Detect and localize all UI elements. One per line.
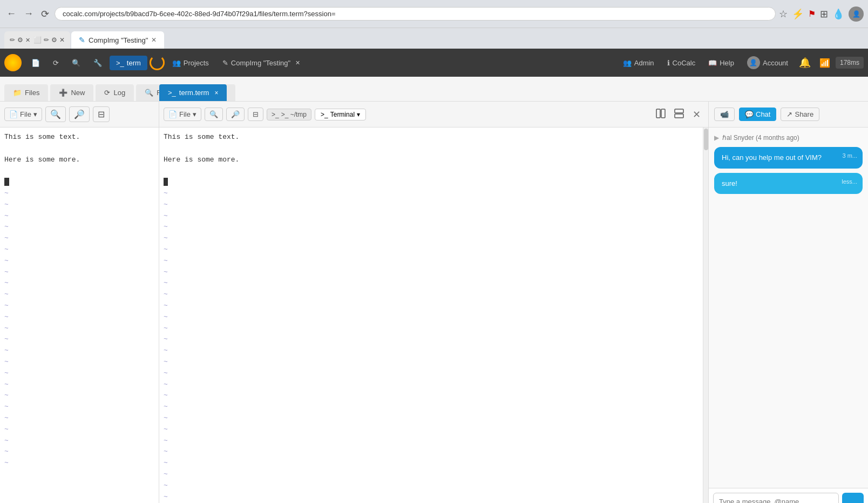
zoom-out-btn[interactable]: 🔍 <box>45 106 66 122</box>
loading-spinner <box>150 55 165 70</box>
term-tilde-17: ~ <box>164 368 704 379</box>
plus-icon: ➕ <box>59 89 67 97</box>
compimg-btn[interactable]: ✎ CompImg "Testing" ✕ <box>216 55 306 71</box>
edit-icon-1: ✏ <box>10 36 15 44</box>
file-menu-btn[interactable]: 📄 File ▾ <box>4 108 42 121</box>
wifi-icon[interactable]: 📶 <box>816 55 833 71</box>
left-editor-content[interactable]: This is some text. Here is some more. ~ … <box>0 128 159 503</box>
share-btn[interactable]: ↗ Share <box>781 108 819 121</box>
extension-icon[interactable]: ⊞ <box>820 8 828 20</box>
address-text: cocalc.com/projects/b9bacd7b-6cee-402c-8… <box>63 10 335 18</box>
vim-tilde-11: ~ <box>4 300 154 312</box>
new-file-btn[interactable]: 📄 <box>26 56 45 70</box>
terminal-content-area[interactable]: This is some text. Here is some more. ~ … <box>159 128 708 503</box>
split-btn[interactable]: ⊟ <box>93 106 110 122</box>
chat-send-btn[interactable]: ➤ <box>842 493 864 503</box>
left-file-tab-files[interactable]: 📁 Files <box>4 84 48 101</box>
star-icon[interactable]: ☆ <box>779 8 788 20</box>
close-terminal-btn[interactable]: ✕ <box>689 106 704 123</box>
browser-tab-1[interactable]: ✏ ⚙ ✕ ⬜ ✏ ⚙ ✕ <box>4 31 70 49</box>
water-icon[interactable]: 💧 <box>832 8 844 20</box>
split-vertical-btn[interactable] <box>653 106 669 123</box>
vim-tilde-14: ~ <box>4 334 154 345</box>
terminal-path-text: >_ ~/tmp <box>281 111 307 118</box>
search-icon: 🔍 <box>72 59 80 67</box>
projects-btn[interactable]: 👥 Projects <box>167 56 214 70</box>
chat-icon: 💬 <box>745 110 754 118</box>
topbar-right: 👥 Admin ℹ CoCalc 📖 Help 👤 Account 🔔 📶 17… <box>618 53 864 72</box>
vim-tilde-8: ~ <box>4 267 154 278</box>
browser-back-btn[interactable]: ← <box>4 6 18 22</box>
chat-message-1[interactable]: Hi, can you help me out of VIM? 3 m... <box>714 147 863 169</box>
svg-rect-3 <box>675 114 683 118</box>
chat-btn[interactable]: 💬 Chat <box>739 108 776 121</box>
active-tab-label: CompImg "Testing" <box>89 36 148 44</box>
tab1-label: ⬜ <box>33 36 42 44</box>
account-avatar: 👤 <box>747 56 760 69</box>
terminal-right-icons: ✕ <box>653 106 704 123</box>
flag-icon[interactable]: ⚑ <box>808 9 816 19</box>
chat-message-2[interactable]: sure! less... <box>714 173 863 195</box>
cocalc-topbar: 📄 ⟳ 🔍 🔧 >_ term @keyframes spin { to { t… <box>0 49 868 77</box>
admin-btn[interactable]: 👥 Admin <box>618 56 660 70</box>
svg-rect-0 <box>656 109 660 118</box>
right-chat-panel: 📹 💬 Chat ↗ Share ▶ ℏal Snyder (4 months … <box>709 102 868 503</box>
file-menu-icon: 📄 <box>9 110 18 118</box>
terminal-name-btn[interactable]: >_ Terminal ▾ <box>315 109 366 120</box>
vim-tilde-9: ~ <box>4 278 154 289</box>
terminal-split-btn[interactable]: ⊟ <box>248 108 263 121</box>
terminal-zoom-in-btn[interactable]: 🔎 <box>226 108 245 121</box>
files-icon: 📁 <box>13 89 22 97</box>
scrollbar-thumb[interactable] <box>704 129 708 150</box>
chat-label: Chat <box>756 110 770 118</box>
left-log-btn[interactable]: ⟳ Log <box>96 84 134 101</box>
bell-icon[interactable]: 🔔 <box>796 53 814 72</box>
zoom-in-btn[interactable]: 🔎 <box>69 106 90 122</box>
terminal-file-btn[interactable]: 📄 File ▾ <box>164 108 201 121</box>
search-btn[interactable]: 🔍 <box>66 56 86 70</box>
browser-tab-active[interactable]: ✎ CompImg "Testing" ✕ <box>71 31 164 49</box>
account-btn[interactable]: 👤 Account <box>742 53 794 72</box>
term-file-tab[interactable]: >_ term.term × <box>159 84 227 101</box>
history-btn[interactable]: ⟳ <box>48 56 64 70</box>
compimg-close[interactable]: ✕ <box>295 59 300 66</box>
split-horizontal-btn[interactable] <box>671 106 687 123</box>
left-new-btn[interactable]: ➕ New <box>50 84 93 101</box>
vim-cursor-line <box>4 177 154 188</box>
active-tab-close[interactable]: ✕ <box>151 36 157 44</box>
term-tilde-22: ~ <box>164 424 704 435</box>
tab1-close2[interactable]: ✕ <box>59 36 65 44</box>
term-tilde-27: ~ <box>164 480 704 492</box>
lightning-icon[interactable]: ⚡ <box>792 8 804 20</box>
term-tab-icon: >_ <box>168 89 176 97</box>
find-icon: 🔍 <box>145 89 153 97</box>
help-btn[interactable]: 📖 Help <box>703 56 740 70</box>
vim-tilde-5: ~ <box>4 233 154 244</box>
terminal-scrollbar[interactable] <box>703 128 708 503</box>
tab1-close[interactable]: ✕ <box>25 37 30 44</box>
profile-icon[interactable]: 👤 <box>849 6 864 22</box>
tab1-gear: ⚙ <box>17 36 23 44</box>
terminal-zoom-out-btn[interactable]: 🔍 <box>205 108 223 121</box>
tools-btn[interactable]: 🔧 <box>88 56 107 70</box>
cocalc-logo[interactable] <box>4 54 22 71</box>
term-tilde-3: ~ <box>164 211 704 222</box>
browser-forward-btn[interactable]: → <box>22 6 36 22</box>
browser-reload-btn[interactable]: ⟳ <box>39 6 51 22</box>
term-tab-close[interactable]: × <box>214 89 218 97</box>
zoom-out-icon: 🔍 <box>50 109 61 119</box>
chat-input-field[interactable] <box>713 493 839 503</box>
term-tilde-19: ~ <box>164 390 704 401</box>
address-bar[interactable]: cocalc.com/projects/b9bacd7b-6cee-402c-8… <box>55 7 776 21</box>
term-tilde-9: ~ <box>164 278 704 289</box>
vim-tilde-22: ~ <box>4 424 154 435</box>
term-line-4 <box>164 165 704 177</box>
left-vim-panel: 📄 File ▾ 🔍 🔎 ⊟ This is some text. Here i… <box>0 102 159 503</box>
term-tilde-28: ~ <box>164 492 704 503</box>
chat-video-btn[interactable]: 📹 <box>714 108 735 121</box>
term-tab-btn[interactable]: >_ term <box>110 56 147 70</box>
file-menu-arrow: ▾ <box>33 110 37 118</box>
chat-header: 📹 💬 Chat ↗ Share <box>709 102 868 128</box>
expand-arrow[interactable]: ▶ <box>714 134 719 142</box>
cocalc-btn[interactable]: ℹ CoCalc <box>662 56 701 70</box>
